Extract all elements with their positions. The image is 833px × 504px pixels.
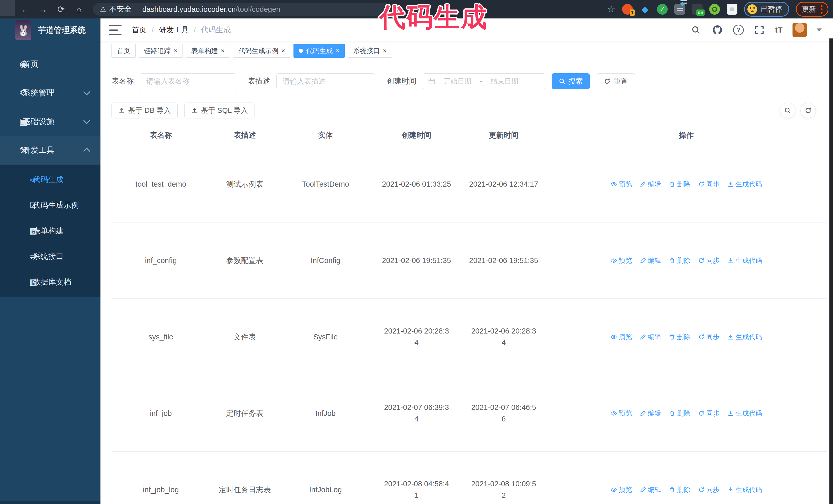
font-size-icon[interactable]: tT — [775, 26, 783, 34]
breadcrumb-item[interactable]: 代码生成 — [194, 25, 231, 35]
close-icon[interactable]: × — [281, 48, 285, 54]
github-icon[interactable] — [712, 24, 723, 36]
extension-icon-1[interactable]: 1 — [622, 4, 633, 15]
generate-code-link[interactable]: 生成代码 — [728, 179, 762, 189]
extension-sliders-icon[interactable]: ◆ — [674, 4, 685, 15]
toggle-search-button[interactable] — [780, 103, 795, 118]
sidebar-submenu-item[interactable]: 数据库文档 — [0, 269, 100, 295]
generate-code-link[interactable]: 生成代码 — [728, 255, 762, 266]
end-date-input[interactable] — [485, 77, 524, 86]
sync-link[interactable]: 同步 — [698, 255, 720, 266]
page-tab[interactable]: 表单构建 × — [186, 44, 230, 58]
delete-link[interactable]: 删除 — [669, 484, 690, 495]
download-icon — [728, 410, 734, 416]
sync-link[interactable]: 同步 — [698, 179, 720, 189]
close-icon[interactable]: × — [221, 48, 224, 54]
breadcrumb-item[interactable]: 首页 — [132, 25, 147, 35]
extension-check-icon[interactable]: ✓ — [657, 4, 668, 15]
refresh-table-button[interactable] — [801, 103, 816, 118]
close-icon[interactable]: × — [336, 48, 339, 54]
start-date-input[interactable] — [438, 77, 477, 86]
paused-pill[interactable]: 已暂停 — [744, 2, 789, 17]
cell-create-time: 2021-02-06 01:33:25 — [372, 146, 461, 222]
browser-back-icon[interactable]: ← — [18, 2, 32, 17]
cell-actions: 预览 编辑 删除 同步 — [546, 375, 827, 452]
address-bar[interactable]: ⚠ 不安全 dashboard.yudao.iocoder.cn/tool/co… — [93, 3, 391, 16]
cell-create-time: 2021-02-07 06:39:3 4 — [372, 375, 461, 452]
extension-on-icon[interactable]: on — [692, 4, 703, 15]
extension-key-icon[interactable] — [709, 4, 720, 15]
fullscreen-icon[interactable] — [754, 24, 765, 36]
table-desc-input[interactable] — [276, 73, 375, 89]
sidebar-submenu-item[interactable]: 系统接口 — [0, 243, 100, 269]
tag-view-bar: 首页 × 链路追踪 × 表单构建 × 代码生成示例 × — [100, 42, 829, 60]
sync-icon — [698, 410, 705, 416]
sync-link[interactable]: 同步 — [698, 408, 720, 418]
search-icon[interactable] — [690, 24, 702, 36]
extension-gem-icon[interactable]: ◆ — [640, 4, 650, 15]
cell-actions: 预览 编辑 删除 同步 — [546, 299, 827, 375]
edit-link[interactable]: 编辑 — [640, 255, 661, 266]
preview-link[interactable]: 预览 — [611, 255, 632, 266]
extensions-puzzle-icon[interactable] — [727, 4, 737, 15]
app-logo[interactable]: 🐰 芋道管理系统 — [0, 19, 100, 42]
page-tab[interactable]: 代码生成示例 × — [233, 44, 290, 58]
update-button[interactable]: 更新 — [796, 2, 828, 17]
page-tab[interactable]: 首页 × — [112, 44, 136, 58]
kebab-menu-icon[interactable] — [821, 5, 823, 14]
sidebar-submenu-item[interactable]: 代码生成示例 — [0, 192, 100, 218]
edit-link[interactable]: 编辑 — [640, 179, 661, 189]
generate-code-link[interactable]: 生成代码 — [728, 332, 762, 342]
close-icon[interactable]: × — [174, 48, 177, 54]
import-db-button[interactable]: 基于 DB 导入 — [112, 102, 177, 118]
delete-link[interactable]: 删除 — [669, 255, 690, 266]
import-sql-button[interactable]: 基于 SQL 导入 — [184, 102, 255, 118]
search-icon — [784, 107, 791, 114]
sync-link[interactable]: 同步 — [698, 484, 720, 495]
cell-update-time: 2021-02-06 20:28:3 4 — [461, 299, 546, 375]
sidebar-menu-item[interactable]: 首页 — [0, 50, 100, 78]
col-header: 实体 — [279, 125, 372, 146]
edit-link[interactable]: 编辑 — [640, 484, 661, 495]
collapse-sidebar-icon[interactable] — [109, 24, 121, 36]
browser-forward-icon[interactable]: → — [36, 2, 50, 17]
preview-link[interactable]: 预览 — [611, 179, 632, 189]
preview-link[interactable]: 预览 — [611, 484, 632, 495]
avatar[interactable] — [792, 23, 807, 37]
close-icon[interactable]: × — [383, 48, 386, 54]
sidebar-menu-item[interactable]: 研发工具 — [0, 136, 100, 165]
breadcrumb-item[interactable]: 研发工具 — [152, 25, 189, 35]
search-button[interactable]: 搜索 — [552, 73, 590, 89]
url-path: /tool/codegen — [236, 5, 280, 14]
browser-home-icon[interactable]: ⌂ — [72, 2, 86, 17]
delete-link[interactable]: 删除 — [669, 332, 690, 342]
date-range-picker[interactable]: - — [423, 73, 545, 89]
help-icon[interactable]: ? — [733, 25, 744, 35]
browser-reload-icon[interactable]: ⟳ — [54, 2, 68, 17]
page-tab[interactable]: 代码生成 × — [293, 44, 345, 58]
delete-link[interactable]: 删除 — [669, 408, 690, 418]
sidebar-menu-item[interactable]: 基础设施 — [0, 107, 100, 136]
sidebar-submenu-item[interactable]: 表单构建 — [0, 218, 100, 243]
preview-link[interactable]: 预览 — [611, 408, 632, 418]
page-tab[interactable]: 链路追踪 × — [139, 44, 183, 58]
cell-update-time: 2021-02-06 12:34:17 — [461, 146, 546, 222]
scrollbar[interactable] — [829, 39, 833, 504]
sidebar-submenu-item[interactable]: 代码生成 — [0, 167, 100, 192]
cell-actions: 预览 编辑 删除 同步 — [546, 452, 827, 504]
table-name-input[interactable] — [140, 73, 236, 89]
trash-icon — [669, 257, 675, 264]
sidebar-menu-item[interactable]: 系统管理 — [0, 78, 100, 107]
edit-link[interactable]: 编辑 — [640, 332, 661, 342]
generate-code-link[interactable]: 生成代码 — [728, 408, 762, 418]
generate-code-link[interactable]: 生成代码 — [728, 484, 762, 495]
delete-link[interactable]: 删除 — [669, 179, 690, 189]
bookmark-star-icon[interactable]: ☆ — [607, 4, 615, 15]
reset-button[interactable]: 重置 — [597, 73, 635, 89]
avatar-caret-icon[interactable] — [816, 28, 822, 31]
preview-link[interactable]: 预览 — [611, 332, 632, 342]
edit-link[interactable]: 编辑 — [640, 408, 661, 418]
page-tab[interactable]: 系统接口 × — [348, 44, 392, 58]
sync-link[interactable]: 同步 — [698, 332, 720, 342]
cell-table-name: inf_job_log — [112, 452, 210, 504]
